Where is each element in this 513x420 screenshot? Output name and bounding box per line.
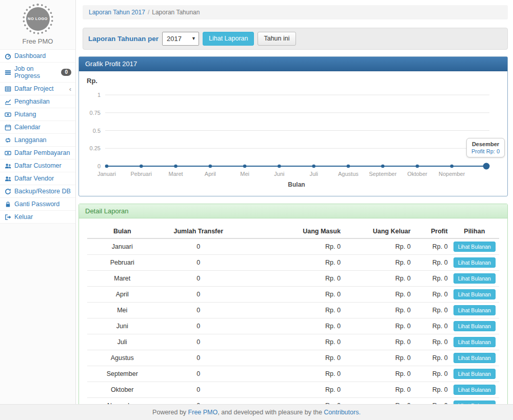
sidebar-item-dashboard[interactable]: Dashboard xyxy=(0,50,75,63)
sidebar: NO LOGO Free PMO Dashboard Job on Progre… xyxy=(0,0,76,420)
table-row: Agustus0Rp. 0Rp. 0Rp. 0Lihat Bulanan xyxy=(87,350,499,366)
sidebar-item-label: Daftar Pembayaran xyxy=(14,149,70,156)
cell: 0 xyxy=(157,287,240,303)
cell: 0 xyxy=(157,382,240,398)
chart-y-axis-label: Rp. xyxy=(87,77,503,85)
detail-panel-title: Detail Laporan xyxy=(79,204,507,218)
year-filter-bar: Laporan Tahunan per 2017 ▼ Lihat Laporan… xyxy=(83,28,508,50)
cell: Oktober xyxy=(87,382,157,398)
sidebar-item-daftar-pembayaran[interactable]: Daftar Pembayaran xyxy=(0,147,75,159)
breadcrumb-link-laporan-tahun[interactable]: Laporan Tahun 2017 xyxy=(89,9,145,16)
table-header-row: BulanJumlah TransferUang MasukUang Kelua… xyxy=(87,225,499,238)
cell: Rp. 0 xyxy=(240,382,343,398)
cell: Rp. 0 xyxy=(240,366,343,382)
cell: Rp. 0 xyxy=(240,318,343,334)
cell: Rp. 0 xyxy=(412,350,449,366)
sidebar-item-langganan[interactable]: Langganan xyxy=(0,134,75,147)
lihat-bulanan-button[interactable]: Lihat Bulanan xyxy=(453,242,496,252)
profit-chart-panel: Grafik Profit 2017 Rp. 10.750.50.250Janu… xyxy=(78,56,508,196)
filter-label: Laporan Tahunan per xyxy=(88,35,159,43)
sidebar-item-daftar-customer[interactable]: Daftar Customer xyxy=(0,159,75,172)
cell: Juni xyxy=(87,318,157,334)
refresh-icon xyxy=(4,188,11,195)
job-count-badge: 0 xyxy=(61,69,71,76)
sidebar-item-keluar[interactable]: Keluar xyxy=(0,211,75,224)
cell-pilihan: Lihat Bulanan xyxy=(450,350,499,366)
cell: Rp. 0 xyxy=(412,238,449,255)
cell-pilihan: Lihat Bulanan xyxy=(450,334,499,350)
cell: Rp. 0 xyxy=(412,255,449,271)
cell: Rp. 0 xyxy=(343,287,413,303)
year-select[interactable]: 2017 xyxy=(162,32,199,46)
tooltip-month: Desember xyxy=(471,141,500,147)
lihat-bulanan-button[interactable]: Lihat Bulanan xyxy=(453,385,496,395)
sidebar-item-ganti-password[interactable]: Ganti Password xyxy=(0,198,75,211)
sidebar-item-label: Ganti Password xyxy=(14,201,60,208)
cell: Rp. 0 xyxy=(240,334,343,350)
sidebar-nav: Dashboard Job on Progress 0 Daftar Proje… xyxy=(0,49,75,224)
x-tick-label: April xyxy=(205,171,216,177)
tasks-icon xyxy=(4,69,11,76)
chart-tooltip: Desember Profit Rp: 0 xyxy=(466,138,505,157)
data-point xyxy=(140,165,143,168)
y-tick-label: 0.75 xyxy=(90,110,101,116)
cell-pilihan: Lihat Bulanan xyxy=(450,271,499,287)
cell: Rp. 0 xyxy=(343,318,413,334)
x-tick-label: Maret xyxy=(168,171,183,177)
sidebar-item-calendar[interactable]: Calendar xyxy=(0,121,75,134)
money-icon xyxy=(4,150,11,156)
sidebar-item-job-on-progress[interactable]: Job on Progress 0 xyxy=(0,63,75,83)
data-point xyxy=(347,165,350,168)
data-point xyxy=(105,165,109,168)
table-row: Mei0Rp. 0Rp. 0Rp. 0Lihat Bulanan xyxy=(87,303,499,318)
chart-panel-title: Grafik Profit 2017 xyxy=(79,57,507,71)
x-tick-label: September xyxy=(369,171,397,177)
sidebar-item-daftar-project[interactable]: Daftar Project ‹ xyxy=(0,83,75,95)
table-row: Oktober0Rp. 0Rp. 0Rp. 0Lihat Bulanan xyxy=(87,382,499,398)
sidebar-item-label: Backup/Restore DB xyxy=(14,188,71,195)
table-row: Januari0Rp. 0Rp. 0Rp. 0Lihat Bulanan xyxy=(87,238,499,255)
y-tick-label: 0.25 xyxy=(90,145,101,151)
profit-chart-svg: 10.750.50.250JanuariPebruariMaretAprilMe… xyxy=(83,85,504,191)
footer-link-contributors[interactable]: Contributors. xyxy=(324,409,361,416)
lihat-bulanan-button[interactable]: Lihat Bulanan xyxy=(453,369,496,379)
cell-pilihan: Lihat Bulanan xyxy=(450,318,499,334)
lihat-bulanan-button[interactable]: Lihat Bulanan xyxy=(453,273,496,284)
sidebar-item-daftar-vendor[interactable]: Daftar Vendor xyxy=(0,172,75,185)
lihat-bulanan-button[interactable]: Lihat Bulanan xyxy=(453,321,496,331)
lihat-bulanan-button[interactable]: Lihat Bulanan xyxy=(453,289,496,299)
cell: Rp. 0 xyxy=(412,366,449,382)
cell-pilihan: Lihat Bulanan xyxy=(450,382,499,398)
sign-out-icon xyxy=(4,214,11,221)
lihat-bulanan-button[interactable]: Lihat Bulanan xyxy=(453,257,496,268)
chart-x-axis-label: Bulan xyxy=(288,181,305,188)
detail-body: BulanJumlah TransferUang MasukUang Kelua… xyxy=(79,218,507,420)
table-row: Juli0Rp. 0Rp. 0Rp. 0Lihat Bulanan xyxy=(87,334,499,350)
cell: Rp. 0 xyxy=(343,238,413,255)
tahun-ini-button[interactable]: Tahun ini xyxy=(258,32,295,46)
cell: 0 xyxy=(157,255,240,271)
sidebar-item-backup-restore-db[interactable]: Backup/Restore DB xyxy=(0,185,75,198)
table-row: Juni0Rp. 0Rp. 0Rp. 0Lihat Bulanan xyxy=(87,318,499,334)
cell: Rp. 0 xyxy=(240,255,343,271)
lihat-bulanan-button[interactable]: Lihat Bulanan xyxy=(453,305,496,315)
cell: Januari xyxy=(87,238,157,255)
cell: Rp. 0 xyxy=(240,287,343,303)
lihat-bulanan-button[interactable]: Lihat Bulanan xyxy=(453,353,496,363)
sidebar-item-label: Job on Progress xyxy=(14,65,58,79)
data-point xyxy=(278,165,281,168)
sidebar-item-label: Dashboard xyxy=(14,52,46,59)
sidebar-item-penghasilan[interactable]: Penghasilan xyxy=(0,95,75,108)
sidebar-item-piutang[interactable]: Piutang xyxy=(0,108,75,121)
tooltip-value: Profit Rp: 0 xyxy=(471,148,500,154)
lihat-laporan-button[interactable]: Lihat Laporan xyxy=(203,32,254,46)
footer-text-before: Powered by xyxy=(152,409,188,416)
x-tick-label: Januari xyxy=(97,171,116,177)
cell: Rp. 0 xyxy=(343,382,413,398)
footer-link-free-pmo[interactable]: Free PMO xyxy=(188,409,218,416)
lihat-bulanan-button[interactable]: Lihat Bulanan xyxy=(453,337,496,347)
sidebar-item-label: Daftar Vendor xyxy=(14,175,54,182)
cell: September xyxy=(87,366,157,382)
table-row: April0Rp. 0Rp. 0Rp. 0Lihat Bulanan xyxy=(87,287,499,303)
column-header-bulan: Bulan xyxy=(87,225,157,238)
